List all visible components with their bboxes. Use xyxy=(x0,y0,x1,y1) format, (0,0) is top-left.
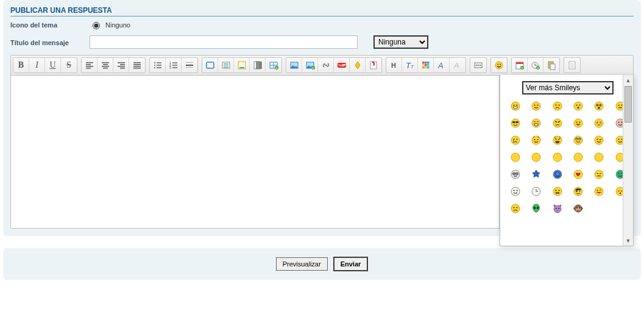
smiley-y4-icon xyxy=(573,152,584,163)
svg-point-148 xyxy=(579,138,581,139)
scroll-thumb[interactable] xyxy=(625,86,632,123)
smiley-y2[interactable] xyxy=(531,152,542,163)
underline-button[interactable]: U xyxy=(45,58,61,73)
svg-rect-40 xyxy=(256,62,262,69)
toolbar-group-emoji xyxy=(490,57,508,73)
svg-point-95 xyxy=(517,104,518,105)
topic-icon-none-radio[interactable] xyxy=(93,22,100,29)
smiley-wink[interactable] xyxy=(593,135,604,146)
code-button[interactable] xyxy=(218,58,234,73)
smiley-alien-icon xyxy=(531,203,542,214)
smiley-heart[interactable] xyxy=(573,169,584,180)
youtube-button[interactable]: YouTube xyxy=(334,58,350,73)
smiley-star[interactable] xyxy=(531,169,542,180)
color-button[interactable] xyxy=(418,58,434,73)
svg-point-71 xyxy=(476,65,477,66)
panel-title: PUBLICAR UNA RESPUESTA xyxy=(10,4,634,16)
smiley-cyclops[interactable] xyxy=(552,169,563,180)
size-button[interactable]: TT xyxy=(402,58,418,73)
smiley-grin[interactable] xyxy=(510,101,521,112)
dailymotion-button[interactable] xyxy=(350,58,366,73)
align-right-button[interactable] xyxy=(113,58,129,73)
svg-rect-28 xyxy=(186,65,193,66)
smiley-blush[interactable] xyxy=(593,118,604,129)
smiley-pale[interactable] xyxy=(510,186,521,197)
paste-button[interactable] xyxy=(543,58,559,73)
svg-point-18 xyxy=(154,65,155,66)
smiley-scrollbar[interactable]: ▲ ▼ xyxy=(623,75,633,246)
preview-button[interactable]: Previsualizar xyxy=(276,257,328,271)
smiley-sad[interactable] xyxy=(552,101,563,112)
svg-point-20 xyxy=(154,67,155,68)
smiley-sad2[interactable] xyxy=(510,203,521,214)
smiley-alien[interactable] xyxy=(531,203,542,214)
smiley-y1[interactable] xyxy=(510,152,521,163)
smiley-heart-icon xyxy=(573,169,584,180)
hidden-button[interactable] xyxy=(250,58,266,73)
font-button[interactable]: A xyxy=(434,58,450,73)
message-textarea[interactable] xyxy=(11,76,500,228)
link-button[interactable] xyxy=(318,58,334,73)
hr-button[interactable] xyxy=(182,58,197,73)
smiley-y4[interactable] xyxy=(573,152,584,163)
smiley-roll[interactable] xyxy=(573,135,584,146)
smiley-silent[interactable] xyxy=(552,186,563,197)
time-button[interactable]: + xyxy=(528,58,543,73)
smiley-smile[interactable] xyxy=(531,101,542,112)
smiley-tongue[interactable] xyxy=(593,186,604,197)
smiley-cool[interactable] xyxy=(510,118,521,129)
submit-button[interactable]: Enviar xyxy=(333,257,369,271)
smiley-razz[interactable] xyxy=(573,118,584,129)
date-button[interactable]: + xyxy=(512,58,528,73)
smiley-cry[interactable] xyxy=(510,135,521,146)
bold-icon: B xyxy=(18,60,24,70)
align-left-button[interactable] xyxy=(82,58,97,73)
smiley-more-select[interactable]: Ver más Smileys xyxy=(522,81,614,94)
smiley-shocked[interactable] xyxy=(593,101,604,112)
svg-point-202 xyxy=(554,205,561,213)
spoiler-button[interactable] xyxy=(234,58,250,73)
smiley-neutral[interactable] xyxy=(593,169,604,180)
smiley-monkey[interactable] xyxy=(573,203,584,214)
switch-mode-button[interactable] xyxy=(564,58,580,73)
remove-format-button[interactable]: A xyxy=(450,58,465,73)
image-button[interactable]: + xyxy=(302,58,318,73)
flash-button[interactable] xyxy=(366,58,381,73)
title-row: Título del mensaje Ninguna xyxy=(10,35,634,49)
smiley-neutral-icon xyxy=(593,169,604,180)
align-center-button[interactable] xyxy=(97,58,113,73)
smiley-geek[interactable] xyxy=(510,169,521,180)
emoji-button[interactable] xyxy=(491,58,507,73)
ol-button[interactable]: 123 xyxy=(166,58,182,73)
table-button[interactable]: + xyxy=(266,58,281,73)
time-icon: + xyxy=(531,60,540,70)
smiley-mad[interactable] xyxy=(552,118,563,129)
smiley-evil[interactable] xyxy=(531,135,542,146)
smiley-cat[interactable] xyxy=(552,203,563,214)
category-select[interactable]: Ninguna xyxy=(373,35,428,49)
bold-button[interactable]: B xyxy=(13,58,29,73)
smiley-grid xyxy=(505,101,631,214)
image-host-button[interactable] xyxy=(286,58,302,73)
smiley-clock[interactable] xyxy=(531,186,542,197)
strike-button[interactable]: S xyxy=(61,58,77,73)
smiley-twisted[interactable] xyxy=(552,135,563,146)
title-input[interactable] xyxy=(90,35,358,49)
code-icon xyxy=(221,60,231,70)
smiley-y5[interactable] xyxy=(593,152,604,163)
smiley-surprised[interactable] xyxy=(573,101,584,112)
more-button[interactable] xyxy=(470,58,486,73)
smiley-pirate[interactable] xyxy=(573,186,584,197)
ul-button[interactable] xyxy=(150,58,166,73)
svg-rect-4 xyxy=(102,62,109,63)
dailymotion-icon xyxy=(353,60,363,70)
svg-rect-31 xyxy=(207,62,214,68)
smiley-y3[interactable] xyxy=(552,152,563,163)
align-justify-button[interactable] xyxy=(129,58,145,73)
scroll-up-icon[interactable]: ▲ xyxy=(623,75,633,85)
headers-button[interactable]: H xyxy=(386,58,402,73)
smiley-laugh[interactable] xyxy=(531,118,542,129)
scroll-down-icon[interactable]: ▼ xyxy=(623,235,633,246)
quote-button[interactable] xyxy=(202,58,218,73)
italic-button[interactable]: I xyxy=(29,58,45,73)
